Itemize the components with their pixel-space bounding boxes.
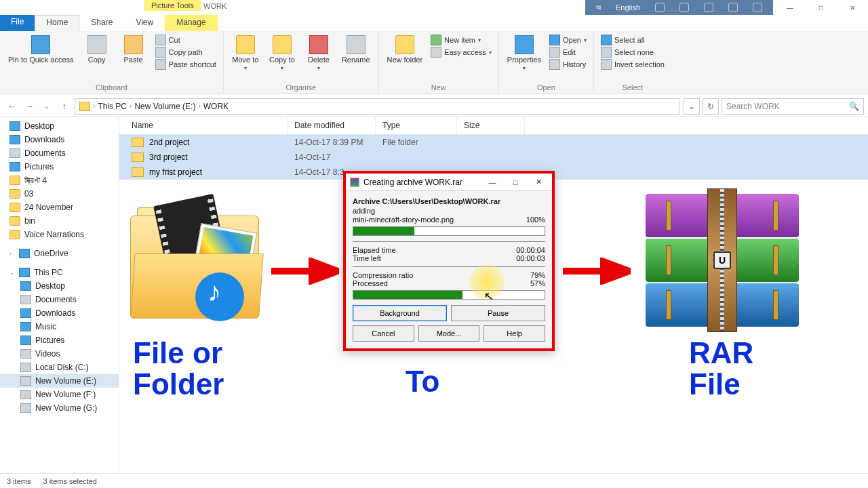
tree-03[interactable]: 03 — [0, 187, 119, 201]
address-dropdown-button[interactable]: ⌄ — [684, 98, 700, 115]
cancel-button[interactable]: Cancel — [353, 325, 414, 342]
delete-button[interactable]: Delete▾ — [302, 34, 335, 73]
edit-button[interactable]: Edit — [548, 46, 588, 58]
tree-onedrive[interactable]: ›OneDrive — [0, 247, 119, 260]
rename-button[interactable]: Rename — [339, 34, 373, 73]
nav-forward-button[interactable]: → — [22, 99, 37, 114]
dialog-minimize-button[interactable]: — — [483, 178, 502, 186]
tree-pc-music[interactable]: Music — [0, 320, 119, 333]
file-row[interactable]: 3rd project 14-Oct-17 — [119, 150, 868, 165]
search-box[interactable]: Search WORK 🔍 — [722, 98, 864, 115]
processed-value: 57% — [530, 279, 545, 287]
background-button[interactable]: Background — [353, 305, 447, 321]
tree-desktop[interactable]: Desktop — [0, 119, 119, 133]
chevron-down-icon: ▾ — [281, 65, 283, 71]
tab-home[interactable]: Home — [35, 15, 79, 31]
pin-to-quick-access-button[interactable]: Pin to Quick access — [5, 34, 77, 70]
window-minimize-button[interactable]: — — [774, 0, 806, 15]
window-maximize-button[interactable]: □ — [806, 0, 837, 15]
breadcrumb-seg[interactable]: This PC — [98, 102, 127, 111]
drive-icon — [20, 376, 31, 386]
chevron-down-icon: ▾ — [244, 65, 247, 71]
tray-icon[interactable] — [704, 3, 713, 12]
invert-selection-button[interactable]: Invert selection — [599, 58, 666, 70]
tree-volf[interactable]: New Volume (F:) — [0, 388, 119, 401]
tray-icon[interactable] — [753, 3, 762, 12]
paste-button[interactable]: Paste — [117, 34, 150, 70]
properties-button[interactable]: Properties▾ — [505, 34, 544, 73]
tree-pc-pictures[interactable]: Pictures — [0, 333, 119, 347]
tree-downloads[interactable]: Downloads — [0, 133, 119, 146]
copy-to-button[interactable]: Copy to▾ — [266, 34, 298, 73]
tab-view[interactable]: View — [124, 15, 165, 31]
address-bar[interactable]: › This PC › New Volume (E:) › WORK — [75, 98, 679, 115]
folder-icon — [9, 230, 20, 239]
tree-pc-downloads[interactable]: Downloads — [0, 306, 119, 320]
tab-file[interactable]: File — [0, 15, 35, 31]
select-all-button[interactable]: Select all — [599, 34, 666, 46]
tree-bin[interactable]: bin — [0, 214, 119, 228]
tree-pc-desktop[interactable]: Desktop — [0, 279, 119, 293]
lang-script-icon[interactable]: অ — [596, 3, 601, 12]
tab-share[interactable]: Share — [79, 15, 124, 31]
easy-access-button[interactable]: Easy access▾ — [429, 46, 493, 58]
tray-icon[interactable] — [728, 3, 738, 12]
open-button[interactable]: Open▾ — [548, 34, 588, 46]
group-label-clipboard: Clipboard — [5, 82, 218, 92]
context-tab-picture-tools[interactable]: Picture Tools — [144, 0, 201, 11]
tree-24nov[interactable]: 24 November — [0, 201, 119, 214]
lang-name[interactable]: English — [616, 3, 640, 12]
help-button[interactable]: Help — [484, 325, 545, 342]
tree-custom[interactable]: স্ক্রিপ্ট 4 — [0, 174, 119, 187]
tree-thispc[interactable]: ⌄This PC — [0, 266, 119, 279]
nav-tree[interactable]: Desktop Downloads Documents Pictures স্ক… — [0, 117, 119, 473]
new-item-button[interactable]: New item▾ — [429, 34, 493, 46]
drive-icon — [20, 363, 31, 372]
ribbon: Pin to Quick access Copy Paste Cut Copy … — [0, 31, 868, 94]
tree-localc[interactable]: Local Disk (C:) — [0, 361, 119, 374]
col-name[interactable]: Name — [119, 117, 288, 134]
refresh-button[interactable]: ↻ — [703, 98, 719, 115]
tray-icon[interactable] — [679, 3, 689, 12]
nav-up-button[interactable]: ↑ — [57, 99, 72, 114]
tree-pc-videos[interactable]: Videos — [0, 347, 119, 361]
cut-button[interactable]: Cut — [154, 34, 218, 46]
desktop-icon — [20, 281, 31, 291]
select-none-button[interactable]: Select none — [599, 46, 666, 58]
tree-volg[interactable]: New Volume (G:) — [0, 401, 119, 415]
column-headers[interactable]: Name Date modified Type Size — [119, 117, 868, 135]
new-folder-button[interactable]: New folder — [384, 34, 426, 65]
group-label-select: Select — [599, 82, 666, 92]
open-icon — [549, 35, 560, 45]
dialog-titlebar[interactable]: Creating archive WORK.rar — □ ✕ — [346, 174, 552, 191]
tree-voice[interactable]: Voice Narrations — [0, 228, 119, 241]
nav-recent-button[interactable]: ⌄ — [39, 99, 54, 114]
breadcrumb-seg[interactable]: New Volume (E:) — [134, 102, 195, 111]
tree-pc-documents[interactable]: Documents — [0, 293, 119, 306]
mode-button[interactable]: Mode... — [418, 325, 480, 342]
tree-documents[interactable]: Documents — [0, 146, 119, 160]
dialog-maximize-button[interactable]: □ — [506, 178, 525, 186]
col-date[interactable]: Date modified — [288, 117, 376, 134]
dialog-close-button[interactable]: ✕ — [529, 178, 548, 186]
col-size[interactable]: Size — [457, 117, 525, 134]
tray-icon[interactable] — [655, 3, 665, 12]
pause-button[interactable]: Pause — [451, 305, 545, 321]
ratio-label: Compression ratio — [353, 271, 413, 279]
copy-button[interactable]: Copy — [81, 34, 113, 70]
paste-shortcut-button[interactable]: Paste shortcut — [154, 58, 218, 70]
paste-icon — [124, 35, 143, 54]
move-to-button[interactable]: Move to▾ — [229, 34, 262, 73]
breadcrumb-seg[interactable]: WORK — [203, 102, 229, 111]
downloads-icon — [20, 308, 31, 318]
window-close-button[interactable]: ✕ — [837, 0, 868, 15]
copy-path-button[interactable]: Copy path — [154, 46, 218, 58]
group-organise: Move to▾ Copy to▾ Delete▾ Rename Organis… — [224, 31, 379, 93]
tree-pictures[interactable]: Pictures — [0, 160, 119, 174]
col-type[interactable]: Type — [376, 117, 457, 134]
tab-manage[interactable]: Manage — [165, 15, 217, 31]
history-button[interactable]: History — [548, 58, 588, 70]
tree-vole[interactable]: New Volume (E:) — [0, 374, 119, 388]
file-row[interactable]: 2nd project 14-Oct-17 8:39 PM File folde… — [119, 135, 868, 150]
nav-back-button[interactable]: ← — [4, 99, 19, 114]
